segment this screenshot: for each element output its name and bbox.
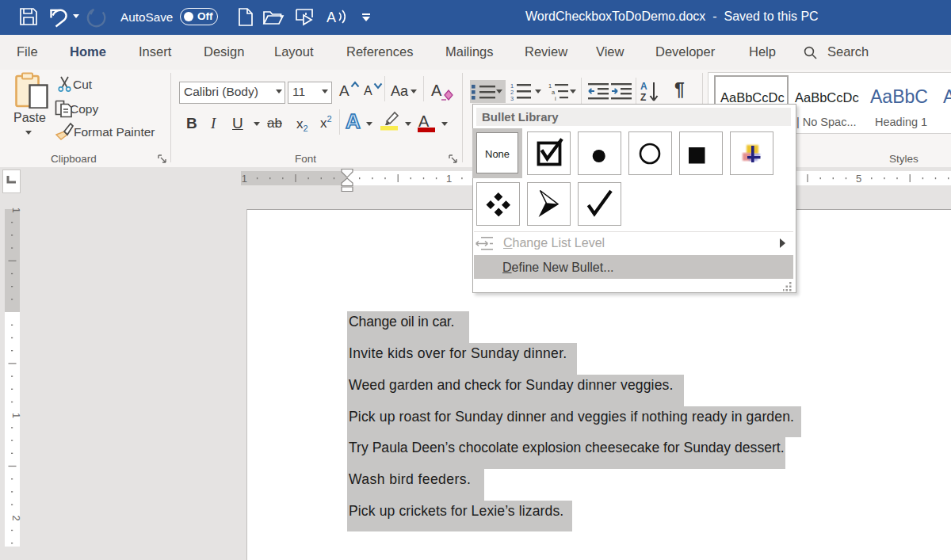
svg-text:A: A xyxy=(327,10,336,25)
svg-text:2: 2 xyxy=(10,516,22,521)
svg-text:1: 1 xyxy=(10,413,22,418)
svg-text:3: 3 xyxy=(510,95,514,101)
svg-text:1: 1 xyxy=(446,173,452,185)
svg-text:A: A xyxy=(640,81,647,92)
svg-text:Z: Z xyxy=(640,92,646,103)
svg-text:5: 5 xyxy=(856,173,861,185)
svg-text:1: 1 xyxy=(10,208,22,213)
svg-text:i: i xyxy=(555,95,556,101)
svg-text:A: A xyxy=(346,111,361,131)
svg-text:1: 1 xyxy=(242,173,247,185)
